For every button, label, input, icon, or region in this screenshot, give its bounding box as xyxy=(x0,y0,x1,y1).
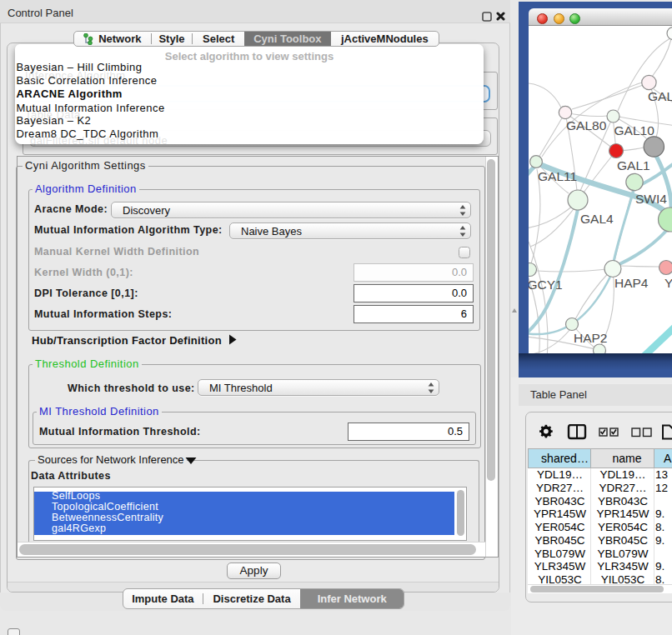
svg-text:GAL1: GAL1 xyxy=(617,158,650,172)
svg-text:GAL7: GAL7 xyxy=(648,89,672,103)
svg-text:SWI4: SWI4 xyxy=(635,192,667,206)
svg-text:HAP4: HAP4 xyxy=(614,276,649,290)
svg-text:GAL11: GAL11 xyxy=(538,169,577,183)
svg-text:HAP2: HAP2 xyxy=(574,331,608,345)
svg-text:YEL: YEL xyxy=(664,276,672,290)
svg-text:GAL80: GAL80 xyxy=(566,118,607,132)
svg-text:GCY1: GCY1 xyxy=(529,278,563,292)
svg-text:GAL10: GAL10 xyxy=(614,123,655,138)
svg-text:GAL4: GAL4 xyxy=(580,212,614,226)
